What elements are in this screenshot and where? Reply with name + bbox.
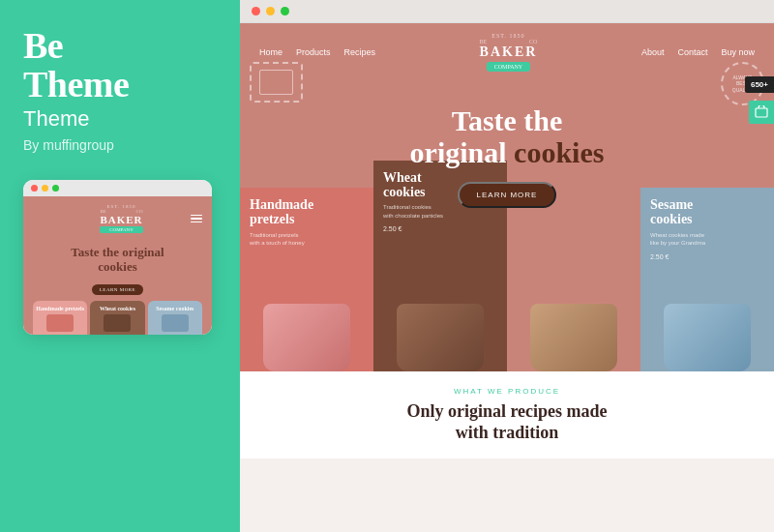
mobile-dot-red [31,185,38,192]
website-nav: Home Products Recipes EST. 1850 BE CO BA… [259,23,755,79]
product-card-sesame: Sesamecookies Wheat cookies madelike by … [640,188,774,371]
mobile-products-row: Handmade pretzels Wheat cookies Sesame c… [33,301,202,335]
nav-products[interactable]: Products [296,47,331,57]
mobile-hero-heading: Taste the original cookies [37,245,198,275]
nav-contact[interactable]: Contact [677,47,707,57]
hero-cta-button[interactable]: LEARN MORE [458,182,557,208]
website-logo: EST. 1850 BE CO BAKER COMPANY [480,33,538,72]
logo-company-badge: COMPANY [487,62,530,72]
brand-title: Be Theme [23,27,217,104]
left-panel: Be Theme Theme By muffingroup EST. 1850 … [0,0,240,532]
product-card-handmade: Handmadepretzels Traditional pretzelswit… [240,188,373,371]
mobile-product-wheat: Wheat cookies [90,301,144,335]
mobile-cta-button[interactable]: LEARN MORE [92,284,143,295]
nav-buy-now[interactable]: Buy now [721,47,755,57]
mobile-product-name-1: Handmade pretzels [36,306,84,312]
mobile-product-name-2: Wheat cookies [93,306,141,312]
browser-chrome [240,0,774,23]
mobile-product-sesame: Sesame cookies [148,301,202,335]
product-desc-sesame: Wheat cookies madelike by your Grandma [650,231,764,248]
product-price-sesame: 2.50 € [650,253,764,260]
product-desc-handmade: Traditional pretzelswith a touch of hone… [250,231,364,248]
mobile-logo-be-co: BE CO [100,209,142,214]
product-bag-plain [530,304,617,371]
mobile-product-img-1 [46,314,74,332]
by-line: By muffingroup [23,137,217,153]
browser-dot-red [252,7,260,15]
website-preview: Home Products Recipes EST. 1850 BE CO BA… [240,23,774,532]
svg-rect-0 [756,108,767,117]
browser-dot-yellow [266,7,275,15]
mobile-logo-area: EST. 1850 BE CO BAKER COMPANY [100,204,142,233]
product-bag-wheat [397,304,484,371]
product-price-wheat: 2.50 € [383,225,497,232]
product-img-sesame [650,294,764,371]
bottom-heading: Only original recipes made with traditio… [259,401,755,443]
brand-name: Be Theme Theme By muffingroup [23,27,217,153]
mobile-product-img-3 [162,314,189,332]
nav-recipes[interactable]: Recipes [344,47,376,57]
mobile-logo-name: BAKER [100,214,142,225]
mobile-nav-top: EST. 1850 BE CO BAKER COMPANY [33,204,202,233]
nav-links-right: About Contact Buy now [641,47,755,57]
hero-heading: Taste the original cookies [410,104,605,168]
mobile-logo-badge: COMPANY [100,226,142,233]
bottom-section: WHAT WE PRODUCE Only original recipes ma… [240,371,774,458]
logo-name: BAKER [480,44,538,60]
product-img-plain [517,294,631,371]
logo-be-co: BE CO [480,39,538,44]
mobile-preview: EST. 1850 BE CO BAKER COMPANY Taste the … [23,180,212,335]
mobile-hamburger[interactable] [191,215,202,223]
mobile-product-name-3: Sesame cookies [151,306,199,312]
mobile-product-handmade: Handmade pretzels [33,301,87,335]
mobile-dot-green [52,185,59,192]
brand-subtitle: Theme [23,106,217,132]
mobile-content: EST. 1850 BE CO BAKER COMPANY Taste the … [23,196,212,335]
mobile-top-bar [23,180,212,196]
products-row: Handmadepretzels Traditional pretzelswit… [240,188,774,371]
product-bag-handmade [263,304,350,371]
product-bag-sesame [664,304,751,371]
browser-dot-green [281,7,289,15]
product-img-handmade [250,294,364,371]
product-img-wheat [383,294,497,371]
buy-now-badge[interactable] [749,101,774,124]
hero-section: Home Products Recipes EST. 1850 BE CO BA… [240,23,774,371]
section-label: WHAT WE PRODUCE [259,387,755,396]
nav-home[interactable]: Home [259,47,283,57]
nav-about[interactable]: About [641,47,665,57]
mobile-dot-yellow [42,185,48,192]
websites-badge: 650+ [745,76,774,93]
mobile-product-img-2 [104,314,131,332]
nav-links-left: Home Products Recipes [259,47,375,57]
hero-content: Taste the original cookies LEARN MORE [259,89,755,208]
product-card-plain [507,188,640,371]
right-panel: Home Products Recipes EST. 1850 BE CO BA… [240,0,774,532]
mobile-hero-text: Taste the original cookies [33,239,202,281]
